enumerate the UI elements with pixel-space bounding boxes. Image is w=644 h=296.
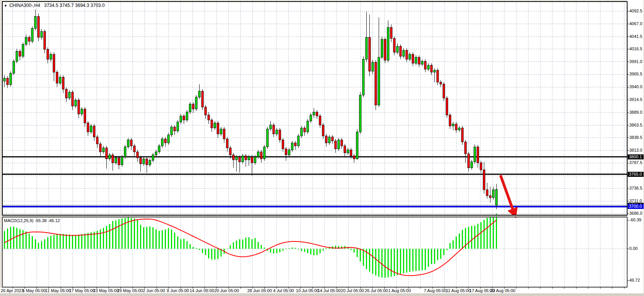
macd-indicator-label: MACD(12,26,9) -55.38 -45.12 bbox=[4, 218, 60, 223]
macd-bar bbox=[248, 237, 249, 249]
macd-bar bbox=[180, 239, 181, 249]
macd-bar bbox=[233, 242, 234, 249]
macd-bar bbox=[443, 249, 444, 255]
macd-bar bbox=[131, 218, 132, 249]
macd-bar bbox=[255, 238, 256, 249]
chart-canvas[interactable] bbox=[0, 0, 644, 296]
panel-splitter[interactable] bbox=[2, 216, 627, 217]
time-axis-label[interactable]: 20 Jul 05:00 bbox=[341, 288, 364, 293]
candle bbox=[461, 126, 463, 145]
macd-bar bbox=[149, 226, 150, 249]
macd-bar bbox=[428, 249, 429, 267]
macd-axis-label: -60.39 bbox=[629, 217, 641, 222]
macd-bar bbox=[391, 249, 392, 277]
macd-bar bbox=[496, 214, 497, 249]
macd-bar bbox=[357, 249, 358, 257]
macd-bar bbox=[186, 241, 188, 249]
macd-bar bbox=[397, 249, 398, 275]
macd-bar bbox=[236, 241, 237, 249]
time-axis-label[interactable]: 28 Jun 05:00 bbox=[247, 288, 272, 293]
time-axis-label[interactable]: 26 Jul 05:00 bbox=[365, 288, 388, 293]
macd-bar bbox=[289, 248, 290, 249]
time-axis-label[interactable]: 11 May 05:00 bbox=[45, 288, 71, 293]
macd-bar bbox=[251, 239, 253, 249]
candle bbox=[338, 138, 340, 151]
macd-bar bbox=[29, 234, 30, 249]
time-axis-label[interactable]: 4 Jul 05:00 bbox=[273, 288, 294, 293]
macd-bar bbox=[434, 249, 435, 264]
price-axis-label: 3686.0 bbox=[629, 211, 642, 216]
macd-bar bbox=[162, 230, 163, 249]
price-axis-label: 3863.5 bbox=[629, 123, 642, 128]
candle bbox=[13, 59, 15, 75]
time-axis-label[interactable]: 23 May 05:00 bbox=[93, 288, 119, 293]
macd-bar bbox=[326, 248, 327, 249]
macd-bar bbox=[190, 244, 191, 249]
macd-axis-label: 0.00 bbox=[629, 246, 637, 251]
time-axis-label[interactable]: 10 Jul 05:00 bbox=[296, 288, 319, 293]
macd-bar bbox=[35, 239, 36, 249]
resistance-price-badge: 3800.1 bbox=[628, 154, 644, 159]
time-axis-label[interactable]: 29 May 05:00 bbox=[117, 288, 143, 293]
candle bbox=[362, 56, 364, 97]
time-axis-label[interactable]: 8 Jun 05:00 bbox=[167, 288, 189, 293]
macd-bar bbox=[292, 248, 293, 249]
macd-bar bbox=[78, 234, 79, 249]
macd-bar bbox=[319, 249, 321, 253]
candle bbox=[266, 127, 268, 149]
macd-bar bbox=[7, 229, 8, 249]
candle bbox=[195, 95, 197, 111]
macd-bar bbox=[493, 215, 494, 249]
time-axis-label[interactable]: 1 Aug 05:00 bbox=[388, 288, 411, 293]
time-axis-label[interactable]: 23 Aug 05:00 bbox=[490, 288, 516, 293]
time-axis-label[interactable]: 7 Aug 05:00 bbox=[424, 288, 447, 293]
macd-bar bbox=[66, 234, 67, 249]
macd-bar bbox=[384, 249, 386, 278]
macd-bar bbox=[50, 236, 51, 249]
macd-bar bbox=[354, 249, 355, 253]
macd-bar bbox=[44, 239, 45, 249]
candle bbox=[202, 89, 203, 110]
macd-bar bbox=[449, 243, 451, 249]
time-axis-label[interactable]: 11 Aug 05:00 bbox=[446, 288, 471, 293]
time-axis-label[interactable]: 20 Jun 05:00 bbox=[214, 288, 239, 293]
macd-bar bbox=[159, 231, 160, 249]
macd-bar bbox=[483, 220, 485, 249]
macd-bar bbox=[10, 227, 11, 249]
price-axis-label: 3736.5 bbox=[629, 186, 642, 191]
macd-bar bbox=[378, 249, 379, 277]
time-axis-label[interactable]: 26 Apr 2023 bbox=[1, 288, 24, 293]
macd-bar bbox=[239, 239, 240, 249]
macd-bar bbox=[242, 240, 243, 249]
macd-bar bbox=[276, 249, 277, 253]
macd-bar bbox=[437, 249, 438, 260]
time-axis-label[interactable]: 17 May 05:00 bbox=[69, 288, 95, 293]
chart-header: ▼CHINA300-,H43734.5 3745.7 3694.3 3703.0 bbox=[4, 3, 105, 8]
time-axis-label[interactable]: 14 Jul 05:00 bbox=[318, 288, 341, 293]
candle bbox=[263, 145, 265, 161]
macd-bar bbox=[307, 249, 308, 253]
macd-bar bbox=[75, 235, 76, 249]
macd-bar bbox=[425, 249, 426, 270]
one-click-trading-toggle-icon[interactable]: ▼ bbox=[4, 4, 7, 8]
macd-bar bbox=[84, 234, 85, 249]
chart-symbol-period: CHINA300-,H4 bbox=[9, 3, 40, 8]
time-axis-label[interactable]: 2 Jun 05:00 bbox=[143, 288, 165, 293]
price-axis-label: 3787.5 bbox=[629, 160, 642, 165]
macd-bar bbox=[462, 230, 463, 249]
macd-bar bbox=[350, 249, 352, 250]
macd-bar bbox=[72, 235, 73, 249]
time-axis-label[interactable]: 5 May 05:00 bbox=[22, 288, 46, 293]
macd-bar bbox=[477, 224, 478, 249]
macd-bar bbox=[217, 249, 219, 259]
macd-bar bbox=[81, 234, 82, 249]
time-axis-label[interactable]: 14 Jun 05:00 bbox=[190, 288, 214, 293]
macd-bar bbox=[372, 249, 373, 274]
candle bbox=[474, 144, 476, 164]
candle bbox=[443, 82, 445, 101]
candle bbox=[359, 92, 361, 134]
macd-bar bbox=[100, 229, 101, 249]
macd-bar bbox=[400, 249, 401, 274]
terminal-chart-window: ▼CHINA300-,H43734.5 3745.7 3694.3 3703.0… bbox=[0, 0, 644, 296]
macd-bar bbox=[459, 233, 460, 249]
